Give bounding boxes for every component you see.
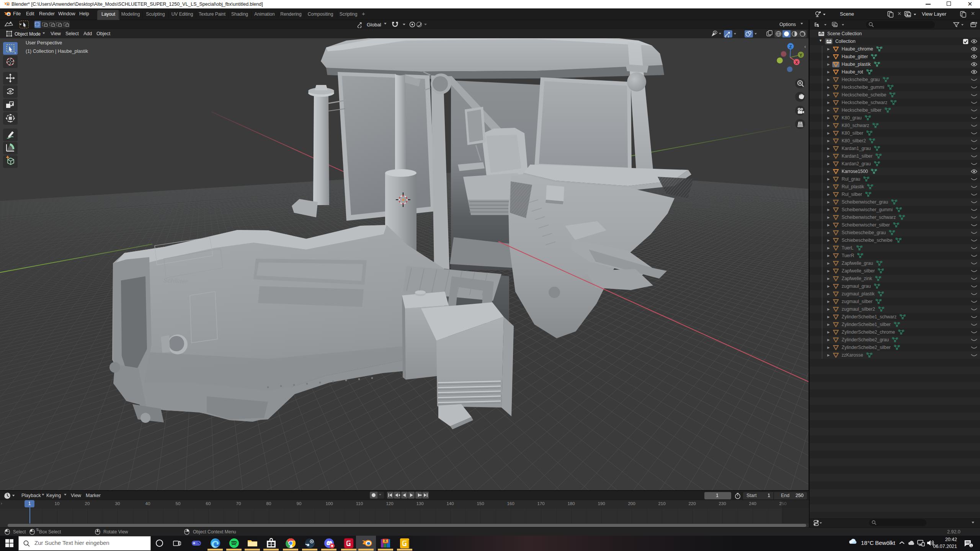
svg-text:Y: Y <box>799 53 802 57</box>
svg-text:Z: Z <box>789 44 792 49</box>
svg-text:Schlüter: Schlüter <box>163 277 188 285</box>
svg-text:1: 1 <box>970 544 972 548</box>
svg-text:X: X <box>795 60 798 65</box>
